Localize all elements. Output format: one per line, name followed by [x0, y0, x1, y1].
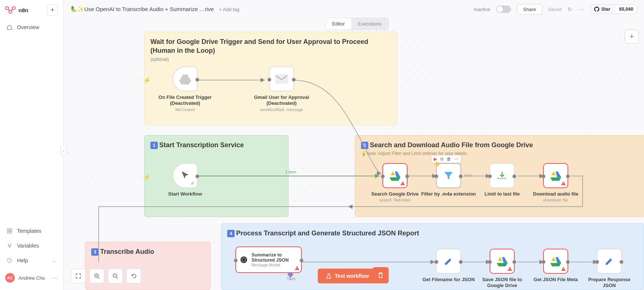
trigger-bolt-icon: ⚡	[143, 77, 151, 84]
nav-overview[interactable]: Overview	[0, 20, 63, 35]
svg-rect-6	[10, 231, 12, 233]
warning-icon: !	[400, 181, 405, 186]
activate-toggle[interactable]	[496, 6, 511, 13]
home-icon	[7, 24, 13, 30]
user-menu-icon[interactable]: ⋯	[52, 275, 58, 282]
google-drive-icon	[179, 73, 191, 84]
node-download-audio[interactable]: ! Download audio file download: file	[528, 163, 583, 202]
add-node-button[interactable]: +	[625, 30, 639, 44]
ctx-disable-icon[interactable]: ⊘	[440, 156, 444, 162]
add-tag-button[interactable]: + Add tag	[219, 7, 239, 12]
badge-1: 1	[150, 142, 158, 149]
svg-text:!: !	[297, 267, 298, 270]
node-box[interactable]	[597, 249, 622, 274]
node-label: Filter by .m4a extension	[421, 191, 476, 197]
node-summarize[interactable]: Summarize to Structured JSON Message Mod…	[235, 246, 313, 273]
node-box[interactable]: !	[543, 249, 568, 274]
node-box[interactable]: Summarize to Structured JSON Message Mod…	[235, 246, 302, 273]
node-start-workflow[interactable]: ⚡ ✓ Start Workflow	[157, 163, 213, 197]
sticky-search-title: 2Search and Download Audio File from Goo…	[361, 141, 644, 149]
nav-templates-label: Templates	[17, 228, 41, 234]
node-box[interactable]	[436, 249, 461, 274]
add-workspace-button[interactable]: +	[47, 4, 58, 15]
node-box[interactable]: !	[382, 163, 408, 188]
node-label: Summarize to Structured JSON	[252, 252, 301, 263]
node-label: Get Filename for JSON	[422, 277, 475, 283]
node-label: Limit to last file	[484, 191, 519, 197]
svg-text:!: !	[563, 267, 564, 271]
zoom-in-button[interactable]	[89, 269, 104, 283]
node-box[interactable]	[490, 163, 515, 188]
delete-button[interactable]	[372, 267, 389, 283]
workflow-status-label: Inactive	[474, 7, 490, 12]
limit-icon	[497, 171, 508, 180]
cursor-icon	[180, 170, 190, 181]
ctx-delete-icon[interactable]: 🗑	[447, 156, 451, 162]
node-search-drive[interactable]: ! Search Google Drive search: fileFolder	[367, 163, 423, 202]
more-menu-icon[interactable]: ⋯	[578, 6, 584, 13]
node-get-meta[interactable]: ! Get JSON File Meta	[528, 249, 583, 283]
tools-port-label: Tools	[287, 277, 295, 281]
svg-point-24	[241, 256, 247, 263]
github-star-button[interactable]: Star 65,040	[590, 4, 637, 14]
node-sub: sendAndWait: message	[260, 107, 303, 112]
nav-help[interactable]: ? Help ⌄	[0, 253, 63, 268]
node-label: Start Workflow	[168, 191, 202, 197]
node-filter-m4a[interactable]: Filter by .m4a extension	[421, 163, 476, 197]
test-workflow-button[interactable]: Test workflow	[318, 269, 377, 283]
warning-icon: !	[561, 266, 566, 272]
warning-icon: !	[507, 266, 512, 272]
edge-label-items: 1 item	[285, 170, 296, 174]
canvas[interactable]: Wait for Google Drive Trigger and Send f…	[64, 18, 644, 290]
node-box[interactable]	[173, 66, 198, 92]
node-box[interactable]: !	[490, 249, 515, 274]
svg-text:?: ?	[8, 259, 10, 263]
node-label: Gmail User for Approval (Deactivated)	[254, 94, 309, 107]
undo-button[interactable]	[126, 269, 141, 283]
ctx-more-icon[interactable]: ⋯	[454, 156, 459, 162]
node-prepare-response[interactable]: Prepare Response JSON	[582, 249, 637, 289]
templates-icon	[7, 228, 13, 234]
history-icon[interactable]: ↻	[568, 6, 572, 13]
sidebar: n8n + Overview Templates Variables ? Hel…	[0, 0, 64, 290]
node-limit[interactable]: Limit to last file	[474, 163, 530, 197]
node-box[interactable]: !	[543, 163, 568, 188]
svg-rect-3	[7, 229, 9, 231]
warning-icon: !	[294, 266, 300, 271]
nav-variables[interactable]: Variables	[0, 238, 63, 253]
svg-rect-20	[275, 74, 288, 84]
user-name: Andrew Cho	[18, 275, 45, 281]
mouse-cursor-icon: 👆	[434, 161, 440, 166]
node-label: Save JSON file to Google Drive	[474, 277, 530, 289]
google-drive-icon	[550, 256, 562, 266]
share-button[interactable]: Share	[517, 4, 542, 15]
user-row[interactable]: AC Andrew Cho ⋯	[0, 269, 63, 286]
node-box[interactable]	[269, 66, 294, 92]
node-get-filename[interactable]: Get Filename for JSON	[421, 249, 476, 283]
fit-icon	[75, 273, 81, 279]
nav-templates[interactable]: Templates	[0, 224, 63, 238]
svg-rect-4	[10, 229, 12, 231]
node-label: Download audio file	[533, 191, 579, 197]
node-file-trigger[interactable]: ⚡ On File Created Trigger (Deactivated) …	[157, 66, 213, 112]
zoom-in-icon	[94, 273, 100, 279]
google-drive-icon	[389, 170, 401, 181]
sticky-start-title: 1Start Transcription Service	[150, 141, 282, 149]
svg-line-33	[116, 277, 118, 279]
variables-icon	[7, 243, 13, 249]
undo-icon	[131, 273, 137, 279]
workflow-title[interactable]: 🦜✨Use OpenAI to Transcribe Audio + Summa…	[70, 6, 214, 13]
sticky-approval-sub: (optional)	[150, 57, 391, 62]
canvas-tools	[71, 269, 141, 283]
fit-view-button[interactable]	[71, 269, 86, 283]
node-save-json[interactable]: ! Save JSON file to Google Drive	[474, 249, 530, 289]
node-label: Get JSON File Meta	[534, 277, 578, 283]
node-gmail-approval[interactable]: Gmail User for Approval (Deactivated) se…	[254, 66, 309, 112]
trigger-bolt-icon: ⚡	[143, 173, 151, 180]
node-box[interactable]	[436, 163, 461, 188]
svg-text:!: !	[563, 182, 564, 186]
node-box[interactable]: ✓	[173, 163, 198, 188]
sticky-search-note: 💡Note: Adjust Filter and Limit settings …	[361, 151, 644, 156]
zoom-out-button[interactable]	[108, 269, 123, 283]
flask-icon	[326, 273, 332, 279]
